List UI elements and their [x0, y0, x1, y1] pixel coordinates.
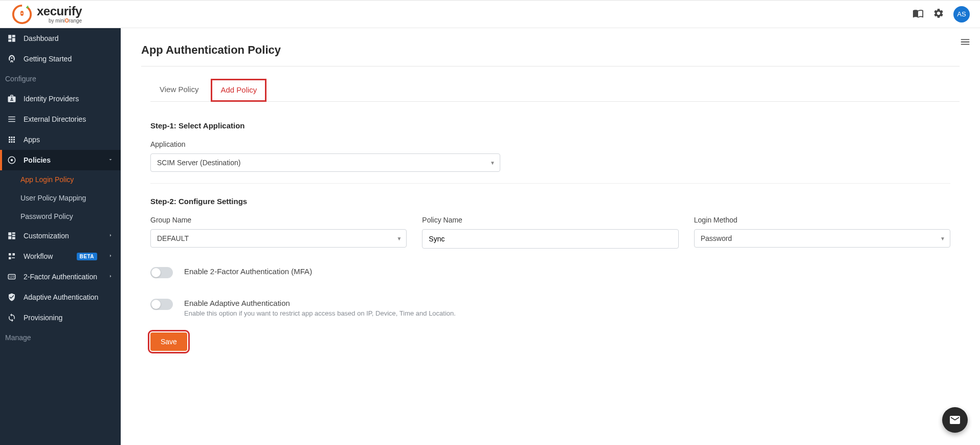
- page-title: App Authentication Policy: [141, 43, 960, 66]
- gear-icon[interactable]: [933, 8, 944, 21]
- login-method-value: Password: [694, 229, 950, 248]
- hamburger-icon[interactable]: [960, 36, 971, 50]
- sidebar-item-label: Apps: [24, 136, 40, 144]
- main-content: App Authentication Policy View Policy Ad…: [121, 28, 980, 445]
- sidebar-item-dashboard[interactable]: Dashboard: [0, 28, 121, 49]
- mfa-toggle-label: Enable 2-Factor Authentication (MFA): [184, 267, 312, 276]
- brand-logo[interactable]: xecurify by miniOrange: [11, 4, 82, 25]
- sidebar-item-label: Provisioning: [24, 314, 62, 322]
- login-method-select[interactable]: Password ▼: [694, 229, 950, 248]
- dashboard-icon: [7, 34, 16, 43]
- logo-icon: [11, 4, 33, 25]
- divider: [150, 183, 950, 184]
- adaptive-toggle[interactable]: [150, 299, 173, 310]
- sidebar-item-label: Workflow: [24, 252, 53, 260]
- sidebar-section-configure: Configure: [0, 69, 121, 88]
- chevron-down-icon: [107, 156, 114, 164]
- sync-icon: [7, 313, 16, 322]
- group-name-select[interactable]: DEFAULT ▼: [150, 229, 407, 248]
- chat-fab[interactable]: [942, 407, 968, 433]
- mail-icon: [949, 414, 961, 426]
- sidebar-item-label: Dashboard: [24, 34, 59, 42]
- tab-add-policy[interactable]: Add Policy: [211, 79, 266, 102]
- sidebar-sub-password-policy[interactable]: Password Policy: [0, 207, 121, 226]
- brand-name: xecurify: [37, 5, 82, 17]
- svg-point-2: [21, 12, 23, 14]
- svg-text:123: 123: [9, 275, 15, 278]
- sidebar-item-2fa[interactable]: 123 2-Factor Authentication: [0, 266, 121, 287]
- step1-heading: Step-1: Select Application: [150, 121, 950, 130]
- sidebar-item-label: Identity Providers: [24, 95, 79, 103]
- sidebar-item-policies[interactable]: Policies: [0, 150, 121, 170]
- sidebar-item-external-directories[interactable]: External Directories: [0, 109, 121, 129]
- sidebar-item-customization[interactable]: Customization: [0, 226, 121, 246]
- sidebar: Dashboard Getting Started Configure Iden…: [0, 28, 121, 445]
- rocket-icon: [7, 54, 16, 63]
- sidebar-item-apps[interactable]: Apps: [0, 129, 121, 150]
- tab-view-policy[interactable]: View Policy: [150, 79, 208, 102]
- sidebar-section-manage: Manage: [0, 328, 121, 347]
- login-method-label: Login Method: [694, 216, 950, 224]
- sidebar-item-label: Customization: [24, 232, 69, 240]
- beta-badge: BETA: [77, 253, 97, 260]
- sidebar-item-label: Getting Started: [24, 55, 72, 63]
- sidebar-item-label: External Directories: [24, 115, 86, 123]
- group-name-label: Group Name: [150, 216, 407, 224]
- apps-icon: [7, 135, 16, 144]
- list-icon: [7, 115, 16, 124]
- application-select[interactable]: SCIM Server (Destination) ▼: [150, 153, 500, 172]
- group-name-value: DEFAULT: [150, 229, 407, 248]
- adaptive-toggle-label: Enable Adaptive Authentication: [184, 299, 456, 307]
- sidebar-item-label: Policies: [24, 156, 51, 164]
- svg-point-4: [11, 159, 13, 162]
- twofa-icon: 123: [7, 272, 16, 281]
- id-icon: [7, 94, 16, 103]
- shield-icon: [7, 293, 16, 302]
- tabs: View Policy Add Policy: [150, 79, 960, 102]
- step2-heading: Step-2: Configure Settings: [150, 197, 950, 206]
- policy-name-label: Policy Name: [422, 216, 678, 224]
- topbar: xecurify by miniOrange AS: [0, 1, 980, 28]
- sidebar-item-label: Adaptive Authentication: [24, 293, 98, 301]
- customize-icon: [7, 231, 16, 240]
- sidebar-item-adaptive-auth[interactable]: Adaptive Authentication: [0, 287, 121, 307]
- policies-icon: [7, 155, 16, 165]
- sidebar-item-identity-providers[interactable]: Identity Providers: [0, 88, 121, 109]
- docs-icon[interactable]: [912, 8, 924, 21]
- sidebar-sub-app-login-policy[interactable]: App Login Policy: [0, 170, 121, 189]
- application-label: Application: [150, 140, 950, 148]
- avatar[interactable]: AS: [953, 6, 970, 23]
- sidebar-item-label: 2-Factor Authentication: [24, 273, 97, 281]
- workflow-icon: [7, 252, 16, 261]
- application-select-value: SCIM Server (Destination): [150, 153, 500, 172]
- brand-subtitle: by miniOrange: [37, 18, 82, 24]
- mfa-toggle[interactable]: [150, 267, 173, 278]
- policy-name-input[interactable]: [422, 229, 678, 249]
- sidebar-sub-user-policy-mapping[interactable]: User Policy Mapping: [0, 189, 121, 207]
- sidebar-item-provisioning[interactable]: Provisioning: [0, 307, 121, 328]
- chevron-right-icon: [107, 273, 114, 281]
- sidebar-item-workflow[interactable]: Workflow BETA: [0, 246, 121, 266]
- chevron-right-icon: [107, 252, 114, 260]
- chevron-right-icon: [107, 232, 114, 240]
- save-button[interactable]: Save: [150, 332, 187, 351]
- adaptive-toggle-subtext: Enable this option if you want to restri…: [184, 309, 456, 317]
- sidebar-item-getting-started[interactable]: Getting Started: [0, 49, 121, 69]
